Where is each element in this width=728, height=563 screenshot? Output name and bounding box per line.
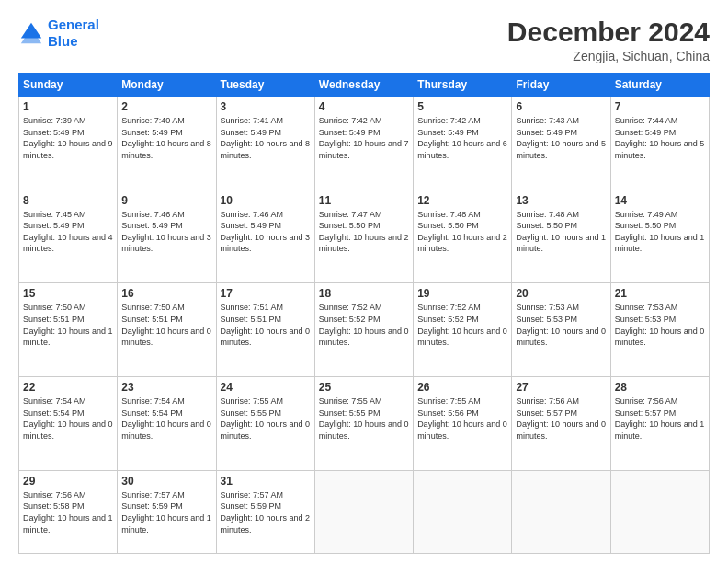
calendar-cell: 11 Sunrise: 7:47 AMSunset: 5:50 PMDaylig… (314, 190, 413, 283)
day-number: 17 (221, 287, 311, 300)
logo-icon (18, 20, 44, 46)
day-number: 20 (516, 287, 606, 300)
calendar-cell (414, 470, 512, 553)
day-number: 29 (23, 475, 113, 488)
day-info: Sunrise: 7:46 AMSunset: 5:49 PMDaylight:… (221, 209, 311, 255)
day-number: 7 (615, 100, 705, 113)
day-info: Sunrise: 7:41 AMSunset: 5:49 PMDaylight:… (221, 115, 311, 161)
calendar-table: SundayMondayTuesdayWednesdayThursdayFrid… (18, 73, 710, 554)
calendar-cell: 6 Sunrise: 7:43 AMSunset: 5:49 PMDayligh… (512, 97, 610, 190)
logo: General Blue (18, 17, 99, 50)
day-info: Sunrise: 7:56 AMSunset: 5:57 PMDaylight:… (516, 396, 606, 442)
calendar-cell: 13 Sunrise: 7:48 AMSunset: 5:50 PMDaylig… (512, 190, 610, 283)
day-number: 6 (516, 100, 606, 113)
day-number: 2 (121, 100, 211, 113)
calendar-cell: 15 Sunrise: 7:50 AMSunset: 5:51 PMDaylig… (19, 283, 118, 377)
day-number: 27 (516, 381, 606, 394)
day-info: Sunrise: 7:53 AMSunset: 5:53 PMDaylight:… (516, 302, 606, 348)
day-info: Sunrise: 7:56 AMSunset: 5:57 PMDaylight:… (615, 396, 705, 442)
day-info: Sunrise: 7:56 AMSunset: 5:58 PMDaylight:… (23, 489, 113, 535)
calendar-cell: 3 Sunrise: 7:41 AMSunset: 5:49 PMDayligh… (216, 97, 314, 190)
weekday-header: Saturday (610, 74, 709, 97)
day-number: 16 (121, 287, 211, 300)
day-info: Sunrise: 7:51 AMSunset: 5:51 PMDaylight:… (221, 302, 311, 348)
day-info: Sunrise: 7:48 AMSunset: 5:50 PMDaylight:… (516, 209, 606, 255)
weekday-header: Monday (118, 74, 216, 97)
calendar-cell: 28 Sunrise: 7:56 AMSunset: 5:57 PMDaylig… (610, 377, 709, 471)
day-info: Sunrise: 7:52 AMSunset: 5:52 PMDaylight:… (417, 302, 507, 348)
day-info: Sunrise: 7:55 AMSunset: 5:55 PMDaylight:… (319, 396, 409, 442)
title-block: December 2024 Zengjia, Sichuan, China (507, 17, 710, 63)
calendar-cell: 29 Sunrise: 7:56 AMSunset: 5:58 PMDaylig… (19, 470, 118, 553)
day-number: 19 (417, 287, 507, 300)
calendar-cell (314, 470, 413, 553)
day-number: 18 (319, 287, 409, 300)
day-number: 21 (615, 287, 705, 300)
calendar-cell: 26 Sunrise: 7:55 AMSunset: 5:56 PMDaylig… (414, 377, 512, 471)
day-info: Sunrise: 7:46 AMSunset: 5:49 PMDaylight:… (121, 209, 211, 255)
weekday-header: Sunday (19, 74, 118, 97)
day-number: 30 (121, 475, 211, 488)
day-number: 3 (221, 100, 311, 113)
calendar-cell: 19 Sunrise: 7:52 AMSunset: 5:52 PMDaylig… (414, 283, 512, 377)
day-number: 22 (23, 381, 113, 394)
day-number: 25 (319, 381, 409, 394)
day-info: Sunrise: 7:42 AMSunset: 5:49 PMDaylight:… (319, 115, 409, 161)
day-info: Sunrise: 7:55 AMSunset: 5:56 PMDaylight:… (417, 396, 507, 442)
calendar-cell: 8 Sunrise: 7:45 AMSunset: 5:49 PMDayligh… (19, 190, 118, 283)
calendar-cell: 27 Sunrise: 7:56 AMSunset: 5:57 PMDaylig… (512, 377, 610, 471)
day-info: Sunrise: 7:54 AMSunset: 5:54 PMDaylight:… (121, 396, 211, 442)
subtitle: Zengjia, Sichuan, China (507, 49, 710, 63)
day-number: 26 (417, 381, 507, 394)
day-number: 10 (221, 194, 311, 207)
day-info: Sunrise: 7:40 AMSunset: 5:49 PMDaylight:… (121, 115, 211, 161)
day-info: Sunrise: 7:50 AMSunset: 5:51 PMDaylight:… (23, 302, 113, 348)
day-info: Sunrise: 7:48 AMSunset: 5:50 PMDaylight:… (417, 209, 507, 255)
calendar-cell: 20 Sunrise: 7:53 AMSunset: 5:53 PMDaylig… (512, 283, 610, 377)
calendar-cell (512, 470, 610, 553)
calendar-cell: 21 Sunrise: 7:53 AMSunset: 5:53 PMDaylig… (610, 283, 709, 377)
day-number: 11 (319, 194, 409, 207)
day-info: Sunrise: 7:49 AMSunset: 5:50 PMDaylight:… (615, 209, 705, 255)
logo-line1: General (48, 17, 99, 32)
day-number: 24 (221, 381, 311, 394)
calendar-cell: 23 Sunrise: 7:54 AMSunset: 5:54 PMDaylig… (118, 377, 216, 471)
weekday-header: Wednesday (314, 74, 413, 97)
day-number: 9 (121, 194, 211, 207)
main-title: December 2024 (507, 17, 710, 47)
calendar-cell: 10 Sunrise: 7:46 AMSunset: 5:49 PMDaylig… (216, 190, 314, 283)
day-number: 4 (319, 100, 409, 113)
calendar-cell (610, 470, 709, 553)
logo-line2: Blue (48, 33, 78, 49)
calendar-cell: 2 Sunrise: 7:40 AMSunset: 5:49 PMDayligh… (118, 97, 216, 190)
day-info: Sunrise: 7:47 AMSunset: 5:50 PMDaylight:… (319, 209, 409, 255)
day-info: Sunrise: 7:57 AMSunset: 5:59 PMDaylight:… (221, 489, 311, 535)
header: General Blue December 2024 Zengjia, Sich… (18, 17, 710, 63)
calendar-cell: 12 Sunrise: 7:48 AMSunset: 5:50 PMDaylig… (414, 190, 512, 283)
calendar-cell: 22 Sunrise: 7:54 AMSunset: 5:54 PMDaylig… (19, 377, 118, 471)
day-number: 23 (121, 381, 211, 394)
calendar-cell: 7 Sunrise: 7:44 AMSunset: 5:49 PMDayligh… (610, 97, 709, 190)
weekday-header: Friday (512, 74, 610, 97)
day-info: Sunrise: 7:42 AMSunset: 5:49 PMDaylight:… (417, 115, 507, 161)
calendar-cell: 4 Sunrise: 7:42 AMSunset: 5:49 PMDayligh… (314, 97, 413, 190)
calendar-cell: 16 Sunrise: 7:50 AMSunset: 5:51 PMDaylig… (118, 283, 216, 377)
day-number: 13 (516, 194, 606, 207)
day-info: Sunrise: 7:54 AMSunset: 5:54 PMDaylight:… (23, 396, 113, 442)
logo-text: General Blue (48, 17, 99, 50)
day-number: 5 (417, 100, 507, 113)
day-info: Sunrise: 7:52 AMSunset: 5:52 PMDaylight:… (319, 302, 409, 348)
calendar-cell: 9 Sunrise: 7:46 AMSunset: 5:49 PMDayligh… (118, 190, 216, 283)
calendar-cell: 31 Sunrise: 7:57 AMSunset: 5:59 PMDaylig… (216, 470, 314, 553)
calendar-cell: 30 Sunrise: 7:57 AMSunset: 5:59 PMDaylig… (118, 470, 216, 553)
calendar-cell: 5 Sunrise: 7:42 AMSunset: 5:49 PMDayligh… (414, 97, 512, 190)
day-number: 14 (615, 194, 705, 207)
day-info: Sunrise: 7:39 AMSunset: 5:49 PMDaylight:… (23, 115, 113, 161)
day-info: Sunrise: 7:45 AMSunset: 5:49 PMDaylight:… (23, 209, 113, 255)
day-number: 1 (23, 100, 113, 113)
day-number: 15 (23, 287, 113, 300)
day-number: 12 (417, 194, 507, 207)
day-info: Sunrise: 7:55 AMSunset: 5:55 PMDaylight:… (221, 396, 311, 442)
calendar-cell: 24 Sunrise: 7:55 AMSunset: 5:55 PMDaylig… (216, 377, 314, 471)
calendar-cell: 1 Sunrise: 7:39 AMSunset: 5:49 PMDayligh… (19, 97, 118, 190)
